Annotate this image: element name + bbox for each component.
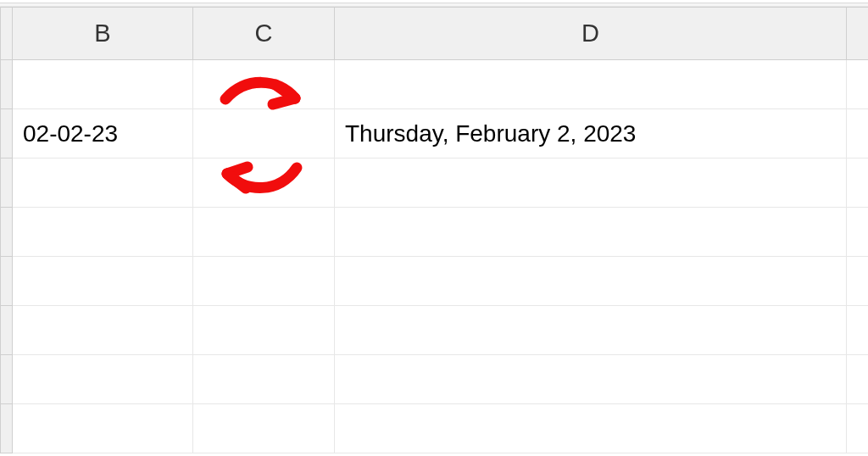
row-8 [1,404,869,453]
row-6 [1,306,869,355]
cell-E7[interactable] [847,355,869,404]
row-4 [1,208,869,257]
row-2: 02-02-23 Thursday, February 2, 2023 [1,109,869,158]
column-header-next[interactable] [847,8,869,60]
column-header-B[interactable]: B [13,8,193,60]
row-header-7[interactable] [1,355,13,404]
cell-B4[interactable] [13,208,193,257]
cell-C5[interactable] [193,257,335,306]
cell-B8[interactable] [13,404,193,453]
cell-C4[interactable] [193,208,335,257]
cell-E4[interactable] [847,208,869,257]
cell-C7[interactable] [193,355,335,404]
row-header-8[interactable] [1,404,13,453]
cell-B1[interactable] [13,60,193,109]
cell-D7[interactable] [335,355,847,404]
cell-C3[interactable] [193,158,335,208]
cell-E8[interactable] [847,404,869,453]
window-top-edge [0,0,868,7]
column-header-row: B C D [1,8,869,60]
row-header-5[interactable] [1,257,13,306]
cell-E6[interactable] [847,306,869,355]
cell-E3[interactable] [847,158,869,208]
cell-E5[interactable] [847,257,869,306]
column-header-C[interactable]: C [193,8,335,60]
cell-B2[interactable]: 02-02-23 [13,109,193,158]
cell-D8[interactable] [335,404,847,453]
cell-B3[interactable] [13,158,193,208]
row-3 [1,158,869,208]
cell-D1[interactable] [335,60,847,109]
cell-C2[interactable] [193,109,335,158]
row-header-6[interactable] [1,306,13,355]
row-header-1[interactable] [1,60,13,109]
spreadsheet-grid[interactable]: B C D 02-02-23 Thursday, February 2, 202… [0,7,868,453]
row-header-3[interactable] [1,158,13,208]
cell-C1[interactable] [193,60,335,109]
cell-D6[interactable] [335,306,847,355]
cell-D2[interactable]: Thursday, February 2, 2023 [335,109,847,158]
row-header-4[interactable] [1,208,13,257]
cell-E2[interactable] [847,109,869,158]
row-header-2[interactable] [1,109,13,158]
cell-D3[interactable] [335,158,847,208]
row-5 [1,257,869,306]
cell-B7[interactable] [13,355,193,404]
cell-B5[interactable] [13,257,193,306]
row-1 [1,60,869,109]
cell-D4[interactable] [335,208,847,257]
cell-C8[interactable] [193,404,335,453]
cell-B6[interactable] [13,306,193,355]
cell-E1[interactable] [847,60,869,109]
cell-C6[interactable] [193,306,335,355]
row-7 [1,355,869,404]
corner-cell[interactable] [1,8,13,60]
cell-D5[interactable] [335,257,847,306]
column-header-D[interactable]: D [335,8,847,60]
